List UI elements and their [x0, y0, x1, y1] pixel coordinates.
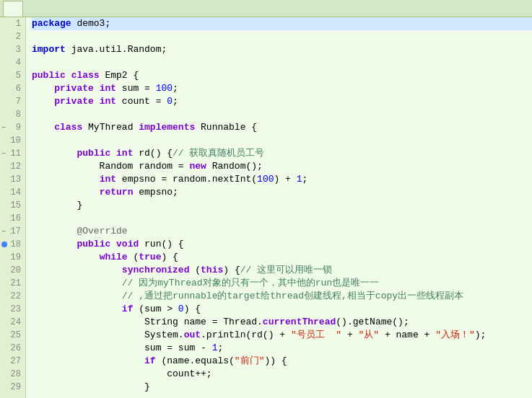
token: // ,通过把runnable的target给thread创建线程,相当于cop…	[32, 290, 463, 303]
tab-emp2[interactable]	[3, 1, 23, 17]
line-number-18: 18	[0, 238, 25, 251]
token: ) +	[274, 173, 296, 186]
token: new	[189, 160, 206, 173]
token	[32, 95, 54, 108]
line-number-15: 15	[0, 199, 25, 212]
gutter: 12345678−910−111213141516−17181920212223…	[0, 17, 26, 398]
line-number-11: −11	[0, 147, 25, 160]
code-line-28: count++;	[32, 368, 532, 381]
token: count++;	[32, 368, 212, 381]
token: private	[54, 95, 94, 108]
token: ;	[173, 82, 178, 95]
token: return	[100, 186, 134, 199]
token	[32, 303, 122, 316]
token: )) {	[264, 355, 287, 368]
code-line-26: sum = sum - 1;	[32, 342, 532, 355]
token: ().getName();	[336, 316, 409, 329]
line-number-21: 21	[0, 277, 25, 290]
token	[32, 186, 100, 199]
token: + name +	[379, 329, 435, 342]
token: ;	[302, 173, 308, 186]
token: "号员工 "	[291, 329, 341, 342]
token: synchronized	[122, 264, 190, 277]
line-number-26: 26	[0, 342, 25, 355]
code-line-3: import java.util.Random;	[32, 43, 532, 56]
line-number-13: 13	[0, 173, 25, 186]
token	[32, 82, 54, 95]
line-number-23: 23	[0, 303, 25, 316]
token: +	[341, 329, 358, 342]
code-line-25: System.out.println(rd() + "号员工 " + "从" +…	[32, 329, 532, 342]
line-number-14: 14	[0, 186, 25, 199]
line-number-20: 20	[0, 264, 25, 277]
token: class	[54, 121, 82, 134]
fold-icon[interactable]: −	[1, 124, 6, 132]
code-line-18: public void run() {	[32, 238, 532, 251]
token: 1	[297, 173, 302, 186]
line-number-22: 22	[0, 290, 25, 303]
code-area[interactable]: package demo3; import java.util.Random; …	[26, 17, 532, 398]
token: empsno = random.nextInt(	[116, 173, 257, 186]
token: "从"	[359, 329, 380, 342]
fold-icon[interactable]: −	[1, 150, 6, 158]
token: "入场！"	[435, 329, 475, 342]
token: package	[32, 17, 71, 30]
code-line-10	[32, 134, 532, 147]
fold-icon[interactable]: −	[1, 228, 6, 236]
line-number-10: 10	[0, 134, 25, 147]
token: run() {	[139, 238, 183, 251]
token: this	[201, 264, 223, 277]
line-number-7: 7	[0, 95, 25, 108]
code-line-17: @Override	[32, 225, 532, 238]
code-line-2	[32, 30, 532, 43]
token: (	[189, 264, 201, 277]
token: public	[32, 69, 66, 82]
token: while	[100, 251, 128, 264]
line-number-9: −9	[0, 121, 25, 134]
token: Emp2 {	[100, 69, 139, 82]
code-line-6: private int sum = 100;	[32, 82, 532, 95]
line-number-1: 1	[0, 17, 25, 30]
code-line-15: }	[32, 199, 532, 212]
token: .println(rd() +	[201, 329, 291, 342]
line-number-27: 27	[0, 355, 25, 368]
token: // 这里可以用唯一锁	[240, 264, 332, 277]
token: sum = sum -	[32, 342, 212, 355]
line-number-4: 4	[0, 56, 25, 69]
line-number-19: 19	[0, 251, 25, 264]
token	[94, 95, 100, 108]
token: String name = Thread.	[32, 316, 263, 329]
code-line-8	[32, 108, 532, 121]
token: if	[122, 303, 134, 316]
token: currentThread	[263, 316, 336, 329]
token: demo3;	[71, 17, 111, 30]
line-number-16: 16	[0, 212, 25, 225]
token	[66, 69, 71, 82]
line-number-8: 8	[0, 108, 25, 121]
code-line-13: int empsno = random.nextInt(100) + 1;	[32, 173, 532, 186]
token: public	[77, 238, 110, 251]
editor: 12345678−910−111213141516−17181920212223…	[0, 17, 532, 398]
token: }	[32, 381, 150, 394]
code-line-19: while (true) {	[32, 251, 532, 264]
token: (sum >	[133, 303, 178, 316]
token: Random random =	[32, 160, 189, 173]
code-line-23: if (sum > 0) {	[32, 303, 532, 316]
line-number-25: 25	[0, 329, 25, 342]
token: 0	[167, 95, 173, 108]
code-line-5: public class Emp2 {	[32, 69, 532, 82]
code-line-29: }	[32, 381, 532, 394]
token: void	[116, 238, 139, 251]
line-number-5: 5	[0, 69, 25, 82]
token: ) {	[184, 303, 201, 316]
line-number-29: 29	[0, 381, 25, 394]
token: sum =	[116, 82, 156, 95]
token: int	[100, 82, 116, 95]
token: 100	[156, 82, 173, 95]
code-line-20: synchronized (this) {// 这里可以用唯一锁	[32, 264, 532, 277]
token: 0	[178, 303, 184, 316]
token: java.util.Random;	[66, 43, 167, 56]
code-line-9: class MyThread implements Runnable {	[32, 121, 532, 134]
token: if	[144, 355, 156, 368]
token: int	[100, 173, 116, 186]
